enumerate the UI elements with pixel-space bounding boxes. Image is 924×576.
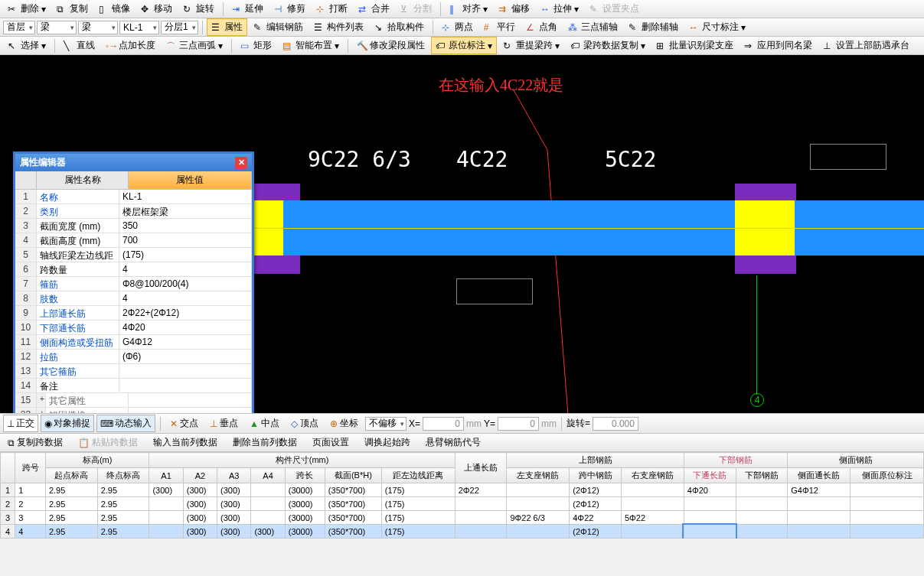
property-row[interactable]: 11侧面构造或受扭筋G4Φ12 (15, 335, 252, 350)
apply-same-button[interactable]: ⇒应用到同名梁 (740, 37, 817, 54)
batch-support-button[interactable]: ⊞批量识别梁支座 (651, 37, 738, 54)
rect-button[interactable]: ▭矩形 (236, 37, 276, 54)
rotate-button[interactable]: ↻旋转 (178, 0, 219, 18)
parallel-icon: # (484, 22, 495, 33)
snap-intersect[interactable]: ✕交点 (165, 415, 203, 432)
drawing-canvas[interactable]: 在这输入4C22就是 9C22 6/3 4C22 5C22 4 属性编辑器 ✕ (0, 55, 924, 413)
input-current-col[interactable]: 输入当前列数据 (149, 434, 222, 451)
dimension-button[interactable]: ↔尺寸标注 ▾ (684, 18, 750, 36)
delete-aux-button[interactable]: ✎删除辅轴 (624, 18, 683, 36)
mirror-button[interactable]: ▯镜像 (94, 0, 135, 18)
member-list-button[interactable]: ☰构件列表 (309, 18, 368, 36)
paste-span-data[interactable]: 📋粘贴跨数据 (73, 434, 142, 451)
table-row[interactable]: 332.952.95(300)(300)(3000)(350*700)(175)… (1, 511, 924, 525)
copy-icon: ⧉ (57, 4, 67, 15)
property-row[interactable]: 13其它箍筋 (15, 364, 252, 379)
property-row[interactable]: 8肢数4 (15, 291, 252, 306)
delete-current-col[interactable]: 删除当前列数据 (228, 434, 302, 451)
split-button[interactable]: ⊻分割 (396, 0, 436, 18)
ptlen-button[interactable]: ◦→点加长度 (101, 37, 160, 54)
offset-button[interactable]: ⇉偏移 (494, 0, 534, 18)
extend-button[interactable]: ⇥延伸 (227, 0, 268, 18)
property-group[interactable]: 23+锚固搭接 (15, 408, 252, 413)
property-row[interactable]: 10下部通长筋4Φ20 (15, 321, 252, 335)
member-select[interactable]: KL-1 (119, 21, 159, 34)
trim-button[interactable]: ⊣修剪 (269, 0, 310, 18)
layer-select[interactable]: 分层1 (161, 21, 198, 34)
property-row[interactable]: 7箍筋Φ8@100/200(4) (15, 277, 252, 291)
cantilever-code[interactable]: 悬臂钢筋代号 (421, 434, 485, 451)
properties-button[interactable]: ☰属性 (207, 18, 247, 36)
close-icon[interactable]: ✕ (235, 157, 247, 169)
x-input[interactable]: 0 (423, 417, 464, 431)
property-editor[interactable]: 属性编辑器 ✕ 属性名称 属性值 1名称KL-12类别楼层框架梁3截面宽度 (m… (13, 151, 254, 413)
property-row[interactable]: 12拉筋(Φ6) (15, 350, 252, 364)
floor-select[interactable]: 首层 (3, 21, 35, 34)
snap-coord[interactable]: ⊕坐标 (325, 415, 363, 432)
swap-start-span[interactable]: 调换起始跨 (360, 434, 415, 451)
split-icon: ⊻ (400, 4, 411, 15)
rebar-icon: ⊥ (823, 41, 834, 51)
snap-mid[interactable]: ▲中点 (245, 415, 284, 432)
edit-rebar-button[interactable]: ✎编辑钢筋 (249, 18, 308, 36)
property-editor-header: 属性名称 属性值 (15, 171, 252, 190)
y-label: Y= (484, 418, 495, 429)
copy-span-data-button[interactable]: 🏷梁跨数据复制 ▾ (566, 37, 650, 54)
align-button[interactable]: ‖对齐 ▾ (445, 0, 492, 18)
delete-button[interactable]: ✂删除 ▾ (3, 0, 51, 18)
category1-select[interactable]: 梁 (37, 21, 77, 34)
table-row[interactable]: 222.952.95(300)(300)(3000)(350*700)(175)… (1, 497, 924, 511)
property-row[interactable]: 1名称KL-1 (15, 190, 252, 204)
stretch-button[interactable]: ↔拉伸 ▾ (536, 0, 583, 18)
grip-button[interactable]: ✎设置夹点 (585, 0, 644, 18)
edit-beam-prop-button[interactable]: 🔨修改梁段属性 (352, 37, 429, 54)
merge-button[interactable]: ⇄合并 (354, 0, 394, 18)
ortho-toggle[interactable]: ⊥正交 (3, 415, 38, 432)
pick-member-button[interactable]: ↘拾取构件 (370, 18, 429, 36)
twopoint-button[interactable]: ⊹两点 (437, 18, 478, 36)
threept-icon: ⁂ (568, 22, 579, 33)
y-input[interactable]: 0 (498, 417, 539, 431)
arc3-button[interactable]: ⌒三点画弧 ▾ (162, 37, 227, 54)
parallel-button[interactable]: #平行 (479, 18, 520, 36)
property-row[interactable]: 4截面高度 (mm)700 (15, 233, 252, 248)
copy-span-data[interactable]: ⧉复制跨数据 (3, 434, 67, 451)
table-row[interactable]: 112.952.95(300)(300)(300)(3000)(350*700)… (1, 483, 924, 497)
copy-button[interactable]: ⧉复制 (52, 0, 93, 18)
snap-perp[interactable]: ⊥垂点 (205, 415, 243, 432)
table-row[interactable]: 442.952.95(300)(300)(300)(3000)(350*700)… (1, 525, 924, 539)
move-button[interactable]: ✥移动 (136, 0, 177, 18)
osnap-toggle[interactable]: ◉对象捕捉 (41, 415, 94, 432)
snap-vertex[interactable]: ◇顶点 (286, 415, 323, 432)
span-data-table[interactable]: 跨号 标高(m) 构件尺寸(mm) 上通长筋 上部钢筋 下部钢筋 侧面钢筋 起点… (0, 451, 924, 539)
inplace-label-button[interactable]: 🏷原位标注 ▾ (431, 37, 497, 54)
angle-icon: ∠ (526, 22, 537, 33)
property-row[interactable]: 6跨数量4 (15, 262, 252, 277)
property-row[interactable]: 14备注 (15, 379, 252, 393)
property-row[interactable]: 3截面宽度 (mm)350 (15, 219, 252, 233)
label-5c22: 5C22 (605, 147, 656, 172)
select-button[interactable]: ↖选择 ▾ (3, 37, 51, 54)
category2-select[interactable]: 梁 (78, 21, 118, 34)
property-row[interactable]: 5轴线距梁左边线距(175) (15, 248, 252, 262)
copy-icon: 🏷 (570, 41, 581, 51)
property-group[interactable]: 15+其它属性 (15, 393, 252, 408)
shift-select[interactable]: 不偏移 (365, 417, 406, 431)
property-row[interactable]: 9上部通长筋2Φ22+(2Φ12) (15, 306, 252, 321)
ptangle-button[interactable]: ∠点角 (521, 18, 562, 36)
arc-icon: ⌒ (166, 41, 177, 51)
batch-icon: ⊞ (656, 41, 667, 51)
dyninput-toggle[interactable]: ⌨动态输入 (96, 415, 155, 432)
threept-button[interactable]: ⁂三点辅轴 (563, 18, 622, 36)
rot-input[interactable]: 0.000 (593, 417, 638, 431)
dimension-icon: ↔ (689, 22, 700, 33)
osnap-icon: ◉ (44, 418, 52, 429)
property-editor-titlebar[interactable]: 属性编辑器 ✕ (15, 154, 252, 171)
break-button[interactable]: ⊹打断 (312, 0, 352, 18)
smart-button[interactable]: ▤智能布置 ▾ (278, 37, 344, 54)
line-button[interactable]: ╲直线 (59, 37, 100, 54)
top-rebar-cap-button[interactable]: ⊥设置上部筋遇承台 (818, 37, 914, 54)
page-setup[interactable]: 页面设置 (308, 434, 354, 451)
retie-span-button[interactable]: ↻重提梁跨 ▾ (498, 37, 564, 54)
property-row[interactable]: 2类别楼层框架梁 (15, 204, 252, 219)
